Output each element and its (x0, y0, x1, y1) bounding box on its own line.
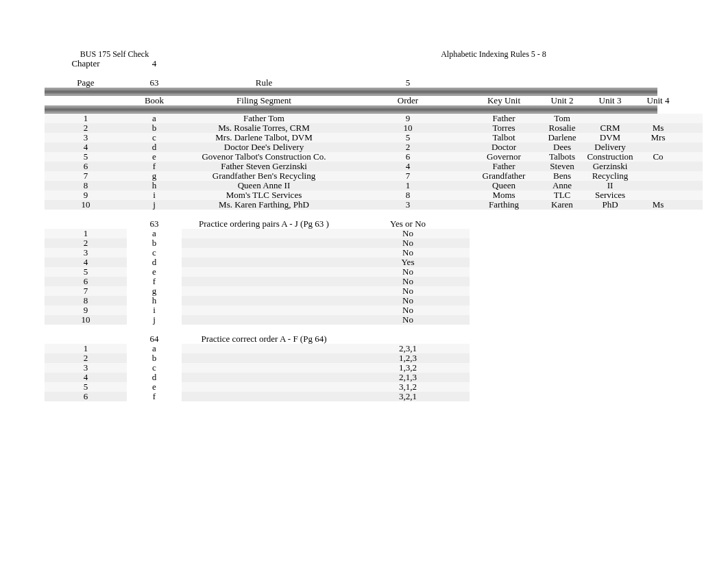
row-unit3: Delivery (586, 142, 634, 152)
divider-bar (45, 88, 657, 96)
row-unit2: Anne (538, 181, 586, 190)
row-order: 10 (346, 123, 470, 133)
row-unit4 (634, 114, 682, 123)
row-book: a (127, 344, 182, 353)
title-row: BUS 175 Self Check Alphabetic Indexing R… (45, 49, 703, 59)
row-key-unit: Father (470, 162, 538, 171)
practice-order-table: 1a2,3,12b1,2,33c1,3,24d2,1,35e3,1,26f3,2… (45, 344, 703, 401)
section3-page: 64 (127, 334, 182, 344)
row-book: h (127, 181, 182, 190)
row-filing-segment: Father Tom (182, 114, 346, 123)
row-unit4 (634, 181, 682, 190)
row-order: 9 (346, 114, 470, 123)
row-key-unit: Queen (470, 181, 538, 190)
row-num: 1 (45, 229, 127, 238)
row-blank (182, 248, 346, 258)
chapter-label: Chapter (45, 59, 127, 68)
row-book: d (127, 142, 182, 152)
table-row: 3cMrs. Darlene Talbot, DVM5TalbotDarlene… (45, 133, 703, 142)
row-num: 4 (45, 258, 127, 267)
row-num: 7 (45, 171, 127, 181)
row-answer: 3,1,2 (346, 382, 470, 392)
row-blank (182, 382, 346, 392)
row-num: 3 (45, 363, 127, 373)
row-blank (182, 296, 346, 305)
row-unit3: DVM (586, 133, 634, 142)
table-row: 6fFather Steven Gerzinski4FatherStevenGe… (45, 162, 703, 171)
section3-header: 64 Practice correct order A - F (Pg 64) (45, 334, 703, 344)
row-key-unit: Torres (470, 123, 538, 133)
row-order: 5 (346, 133, 470, 142)
row-book: e (127, 152, 182, 162)
table-row: 8hNo (45, 296, 703, 305)
hdr-key-unit: Key Unit (470, 96, 538, 105)
row-num: 4 (45, 373, 127, 382)
rule-label: Rule (182, 78, 346, 88)
section2-page: 63 (127, 219, 182, 229)
table-row: 2b1,2,3 (45, 353, 703, 363)
row-num: 6 (45, 162, 127, 171)
row-filing-segment: Doctor Dee's Delivery (182, 142, 346, 152)
table-row: 2bMs. Rosalie Torres, CRM10TorresRosalie… (45, 123, 703, 133)
row-blank (182, 373, 346, 382)
row-filing-segment: Ms. Rosalie Torres, CRM (182, 123, 346, 133)
row-book: f (127, 392, 182, 401)
row-order: 7 (346, 171, 470, 181)
row-answer: No (346, 286, 470, 296)
page-label: Page (45, 78, 127, 88)
row-unit3 (586, 114, 634, 123)
hdr-unit2: Unit 2 (538, 96, 586, 105)
row-answer: No (346, 305, 470, 315)
row-answer: No (346, 315, 470, 325)
row-order: 4 (346, 162, 470, 171)
table-row: 7gGrandfather Ben's Recycling7Grandfathe… (45, 171, 703, 181)
row-book: g (127, 286, 182, 296)
row-answer: 2,1,3 (346, 373, 470, 382)
row-unit2: TLC (538, 190, 586, 200)
row-answer: No (346, 248, 470, 258)
row-book: g (127, 171, 182, 181)
row-blank (182, 258, 346, 267)
row-book: j (127, 200, 182, 210)
row-num: 9 (45, 190, 127, 200)
practice-pairs-table: 1aNo2bNo3cNo4dYes5eNo6fNo7gNo8hNo9iNo10j… (45, 229, 703, 325)
row-book: a (127, 229, 182, 238)
row-order: 6 (346, 152, 470, 162)
row-order: 8 (346, 190, 470, 200)
row-unit2: Rosalie (538, 123, 586, 133)
row-filing-segment: Grandfather Ben's Recycling (182, 171, 346, 181)
row-key-unit: Governor (470, 152, 538, 162)
row-book: j (127, 315, 182, 325)
row-unit2: Dees (538, 142, 586, 152)
row-unit2: Talbots (538, 152, 586, 162)
row-unit2: Steven (538, 162, 586, 171)
row-num: 2 (45, 238, 127, 248)
row-key-unit: Moms (470, 190, 538, 200)
row-book: f (127, 277, 182, 286)
row-book: f (127, 162, 182, 171)
row-book: c (127, 248, 182, 258)
row-num: 10 (45, 200, 127, 210)
table-row: 1aNo (45, 229, 703, 238)
row-key-unit: Grandfather (470, 171, 538, 181)
row-blank (182, 238, 346, 248)
table-row: 4dDoctor Dee's Delivery2DoctorDeesDelive… (45, 142, 703, 152)
row-num: 6 (45, 277, 127, 286)
row-filing-segment: Govenor Talbot's Construction Co. (182, 152, 346, 162)
chapter-number: 4 (127, 59, 182, 68)
row-unit2: Tom (538, 114, 586, 123)
table-header: Book Filing Segment Order Key Unit Unit … (45, 96, 703, 105)
row-book: d (127, 258, 182, 267)
hdr-order: Order (346, 96, 470, 105)
row-num: 5 (45, 382, 127, 392)
row-key-unit: Doctor (470, 142, 538, 152)
table-row: 1a2,3,1 (45, 344, 703, 353)
row-book: b (127, 123, 182, 133)
row-book: b (127, 353, 182, 363)
row-book: a (127, 114, 182, 123)
row-blank (182, 267, 346, 277)
row-unit3: II (586, 181, 634, 190)
row-filing-segment: Mrs. Darlene Talbot, DVM (182, 133, 346, 142)
table-row: 2bNo (45, 238, 703, 248)
row-num: 3 (45, 248, 127, 258)
